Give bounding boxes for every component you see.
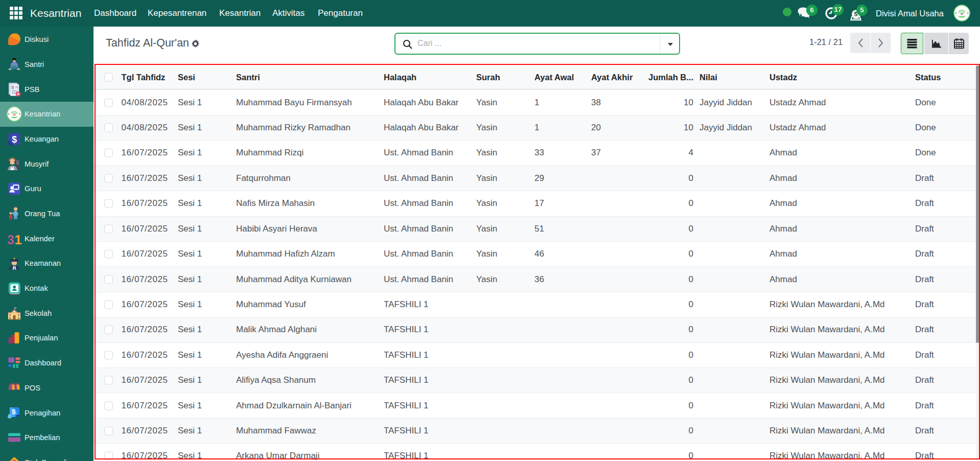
svg-text:$: $ (12, 134, 17, 144)
svg-text:$: $ (12, 408, 16, 416)
svg-text:3: 3 (7, 232, 14, 246)
svg-text:1: 1 (15, 232, 22, 246)
